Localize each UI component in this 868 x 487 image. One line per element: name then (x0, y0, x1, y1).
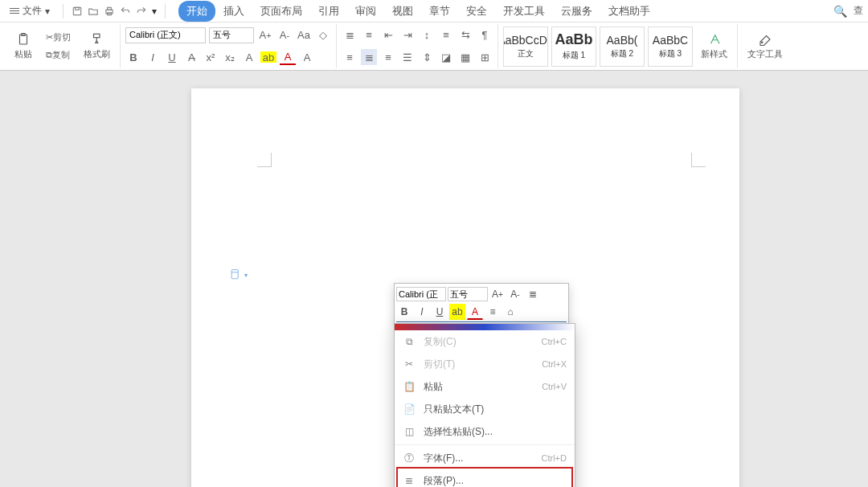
ctx-paragraph[interactable]: ≣段落(P)... (395, 469, 575, 487)
italic-button[interactable]: I (145, 49, 161, 65)
qa-more-icon[interactable]: ▾ (152, 6, 157, 17)
strike-button[interactable]: A̶ (183, 49, 199, 65)
align-center-button[interactable]: ≣ (361, 49, 377, 65)
numbers-button[interactable]: ≡ (361, 27, 377, 43)
ctx-paste-special[interactable]: ◫选择性粘贴(S)... (395, 420, 575, 443)
redo-icon[interactable] (136, 6, 147, 17)
chevron-down-icon: ▾ (45, 6, 50, 17)
font-family-select[interactable] (125, 27, 206, 43)
chevron-down-icon: ▾ (244, 272, 248, 279)
paste-button[interactable]: 粘贴 (10, 31, 37, 62)
bold-button[interactable]: B (125, 49, 141, 65)
style-normal[interactable]: AaBbCcDd正文 (503, 27, 548, 67)
margin-corner-tl (257, 153, 272, 167)
tab-insert[interactable]: 插入 (215, 1, 252, 22)
cut-icon: ✂ (403, 358, 416, 370)
format-painter-button[interactable]: 格式刷 (79, 31, 115, 62)
search-icon[interactable]: 🔍 (833, 5, 850, 18)
tab-dev-tools[interactable]: 开发工具 (495, 1, 553, 22)
underline-button[interactable]: U (164, 49, 180, 65)
mini-font-size[interactable] (448, 287, 488, 301)
clear-format-button[interactable]: ◇ (315, 27, 331, 43)
change-case-button[interactable]: Aa (296, 27, 312, 43)
print-icon[interactable] (104, 6, 115, 17)
text-effects-button[interactable]: A (241, 49, 257, 65)
context-menu-body: ⧉复制(C)Ctrl+C ✂剪切(T)Ctrl+X 📋粘贴Ctrl+V 📄只粘贴… (395, 324, 575, 487)
ctx-paste-text[interactable]: 📄只粘贴文本(T) (395, 398, 575, 420)
style-heading3[interactable]: AaBbC标题 3 (648, 27, 693, 67)
indent-inc-button[interactable]: ⇥ (399, 27, 416, 43)
tab-button[interactable]: ⇆ (457, 27, 473, 43)
mini-font-family[interactable] (396, 287, 446, 301)
style-heading1[interactable]: AaBb标题 1 (551, 27, 596, 67)
paragraph-icon: ≣ (403, 474, 416, 487)
superscript-button[interactable]: x² (203, 49, 219, 65)
subscript-button[interactable]: x₂ (222, 49, 238, 65)
tab-cloud[interactable]: 云服务 (553, 1, 600, 22)
tab-references[interactable]: 引用 (310, 1, 347, 22)
para-settings-button[interactable]: ⊞ (477, 49, 493, 65)
borders-button[interactable]: ▦ (457, 49, 473, 65)
align-right-button[interactable]: ≡ (380, 49, 396, 65)
sort-button[interactable]: ↕ (419, 27, 435, 43)
tab-start[interactable]: 开始 (178, 1, 215, 22)
align-dist-button[interactable]: ≡ (438, 27, 454, 43)
pilcrow-button[interactable]: ¶ (477, 27, 493, 43)
mini-toolbar: A+ A- ≣ B I U ab A ≡ ⌂ (394, 283, 569, 325)
file-menu[interactable]: 文件 ▾ (5, 2, 55, 19)
font-size-select[interactable] (209, 27, 254, 43)
copy-icon: ⧉ (403, 335, 416, 348)
mini-italic[interactable]: I (414, 304, 430, 320)
tab-page-layout[interactable]: 页面布局 (252, 1, 310, 22)
page-insert-marker[interactable]: ▾ (230, 268, 248, 281)
mini-grow-font[interactable]: A+ (489, 286, 506, 302)
ctx-font[interactable]: Ⓣ字体(F)...Ctrl+D (395, 447, 575, 469)
group-paragraph: ≣ ≡ ⇤ ⇥ ↕ ≡ ⇆ ¶ ≡ ≣ ≡ ☰ ⇕ ◪ ▦ ⊞ (337, 24, 498, 68)
divider (63, 4, 63, 18)
highlight-button[interactable]: ab (260, 51, 276, 63)
ctx-copy: ⧉复制(C)Ctrl+C (395, 330, 575, 353)
mini-hat-icon[interactable]: ⌂ (502, 304, 518, 320)
indent-dec-button[interactable]: ⇤ (380, 27, 396, 43)
tab-security[interactable]: 安全 (458, 1, 495, 22)
tab-review[interactable]: 审阅 (347, 1, 384, 22)
shrink-font-button[interactable]: A- (276, 27, 293, 43)
style-heading2[interactable]: AaBb(标题 2 (600, 27, 645, 67)
tab-view[interactable]: 视图 (384, 1, 421, 22)
font-shading-button[interactable]: A (299, 49, 315, 65)
paste-text-icon: 📄 (403, 403, 416, 415)
font-color-button[interactable]: A (280, 49, 296, 65)
bullets-button[interactable]: ≣ (342, 27, 358, 43)
mini-underline[interactable]: U (432, 304, 448, 320)
new-style-button[interactable]: 新样式 (696, 31, 732, 62)
save-icon[interactable] (72, 6, 83, 17)
mini-align[interactable]: ≡ (485, 304, 501, 320)
workspace: ▾ A+ A- ≣ B I U ab A ≡ ⌂ ⧉复制(C)Ctrl+C ✂剪… (0, 71, 868, 487)
copy-button[interactable]: ⧉ 复制 (40, 47, 76, 63)
mini-list[interactable]: ≣ (525, 286, 541, 302)
mini-bold[interactable]: B (396, 304, 412, 320)
tab-chapter[interactable]: 章节 (421, 1, 458, 22)
mini-highlight[interactable]: ab (449, 304, 465, 320)
open-icon[interactable] (88, 6, 99, 17)
svg-rect-1 (76, 7, 80, 10)
divider (165, 4, 166, 18)
justify-button[interactable]: ☰ (399, 49, 416, 65)
group-clipboard: 粘贴 ✂ 剪切 ⧉ 复制 格式刷 (5, 24, 121, 68)
svg-rect-3 (108, 7, 112, 10)
ribbon: 粘贴 ✂ 剪切 ⧉ 复制 格式刷 A+ A- Aa ◇ B I U A̶ x² … (0, 23, 868, 71)
undo-icon[interactable] (120, 6, 131, 17)
search-label: 查 (854, 4, 863, 18)
text-tools-button[interactable]: 文字工具 (743, 31, 788, 62)
mini-shrink-font[interactable]: A- (507, 286, 523, 302)
ctx-paste[interactable]: 📋粘贴Ctrl+V (395, 375, 575, 398)
svg-rect-9 (231, 270, 238, 279)
ctx-cut: ✂剪切(T)Ctrl+X (395, 353, 575, 375)
tab-doc-helper[interactable]: 文档助手 (600, 1, 658, 22)
mini-font-color[interactable]: A (467, 304, 483, 320)
grow-font-button[interactable]: A+ (257, 27, 273, 43)
align-left-button[interactable]: ≡ (342, 49, 358, 65)
line-spacing-button[interactable]: ⇕ (419, 49, 435, 65)
cut-button[interactable]: ✂ 剪切 (40, 30, 76, 46)
shading-button[interactable]: ◪ (438, 49, 454, 65)
